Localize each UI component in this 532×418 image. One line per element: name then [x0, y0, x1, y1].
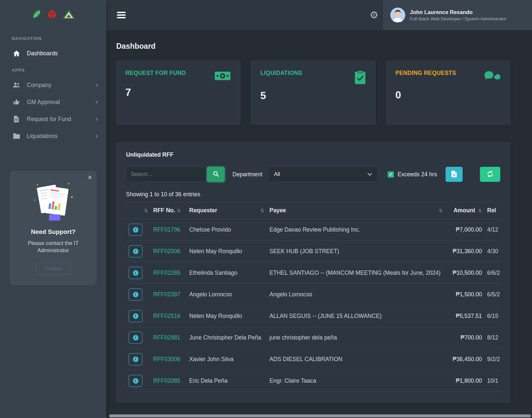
payee-cell: ETHEL SANTIAGO -- (MANCOM MEETING (Meals…: [267, 262, 445, 284]
unliquidated-rff-panel: Unliquidated RFF Department All: [116, 142, 511, 403]
user-name: John Laurence Resando: [410, 9, 506, 15]
logo-mountain-icon: [62, 9, 76, 21]
row-info-button[interactable]: i: [129, 288, 142, 301]
panel-title: Unliquidated RFF: [126, 151, 500, 158]
rff-no-link[interactable]: RFF03385: [151, 370, 187, 392]
row-info-button[interactable]: i: [129, 332, 142, 344]
chevron-right-icon: ›: [96, 132, 98, 140]
stat-card-label: REQUEST FOR FUND: [125, 70, 186, 77]
check-icon: ✓: [389, 172, 393, 177]
entries-info: Showing 1 to 10 of 36 entries: [126, 191, 500, 198]
row-info-button[interactable]: i: [129, 375, 142, 387]
column-header-requester[interactable]: Requester⇅: [187, 202, 267, 219]
refresh-button[interactable]: [480, 167, 500, 182]
rff-no-link[interactable]: RFF02397: [151, 284, 187, 305]
amount-cell: ₱10,500.00: [445, 262, 485, 284]
search-icon: [213, 171, 219, 178]
rff-no-link[interactable]: RFF02981: [151, 327, 187, 349]
sidebar-item-gm-approval[interactable]: GM Approval ›: [0, 94, 106, 111]
row-info-button[interactable]: i: [129, 224, 142, 236]
table-controls: Department All ✓ Exceeds 24 hrs: [126, 167, 500, 182]
user-text: John Laurence Resando Full Stack Web Dev…: [410, 9, 506, 21]
search-input[interactable]: [126, 167, 208, 182]
stat-card-liquidations: LIQUIDATIONS 5: [250, 60, 376, 125]
content-column: ⚙ John Laurence Resando Full Stack Web D…: [106, 0, 532, 418]
user-menu[interactable]: John Laurence Resando Full Stack Web Dev…: [383, 0, 532, 30]
rff-no-link[interactable]: RFF02006: [151, 241, 187, 262]
exceeds-24hrs-label: Exceeds 24 hrs: [397, 171, 437, 178]
user-role: Full Stack Web Developer / System Admini…: [410, 16, 506, 21]
settings-button[interactable]: ⚙: [365, 8, 383, 22]
nav-section-label: NAVIGATION: [0, 30, 106, 45]
release-date-cell: 6/15: [485, 305, 500, 327]
app-root: NAVIGATION Dashboards APPS Company › GM …: [0, 0, 532, 418]
department-label: Department: [232, 171, 262, 178]
payee-cell: SEEK HUB (JOB STREET): [267, 241, 445, 262]
search-button[interactable]: [207, 167, 225, 182]
payee-cell: ALLAN SEGUIS -- (JUNE 15 ALLOWANCE): [267, 305, 445, 327]
sort-icon: ⇅: [478, 208, 482, 213]
table-row: i RFF03385 Eric Dela Peña Engr. Claire T…: [126, 370, 500, 392]
requester-cell: Xavier John Silva: [187, 349, 267, 370]
info-circle-icon: i: [133, 335, 138, 340]
horizontal-scrollbar[interactable]: [109, 414, 531, 417]
exceeds-24hrs-checkbox[interactable]: ✓: [388, 171, 394, 178]
column-header-info[interactable]: ⇅: [126, 202, 151, 219]
requester-cell: Eric Dela Peña: [187, 370, 267, 392]
support-close-button[interactable]: ×: [88, 174, 92, 181]
amount-cell: ₱7,000.00: [445, 219, 485, 241]
brand-logos[interactable]: [0, 0, 106, 30]
money-bill-icon: [214, 70, 231, 83]
sidebar-item-request-for-fund[interactable]: Request for Fund ›: [0, 111, 106, 128]
sidebar-item-liquidations[interactable]: Liquidations ›: [0, 128, 106, 145]
stat-card-value: 5: [260, 90, 366, 102]
release-date-cell: 6/5/2: [485, 284, 500, 305]
info-circle-icon: i: [133, 313, 138, 319]
exceeds-24hrs-toggle[interactable]: ✓ Exceeds 24 hrs: [388, 171, 437, 178]
amount-cell: ₱1,800.00: [445, 370, 485, 392]
rff-no-link[interactable]: RFF02285: [151, 262, 187, 284]
column-header-payee[interactable]: Payee⇅: [267, 202, 445, 219]
rff-no-link[interactable]: RFF02516: [151, 305, 187, 327]
column-header-amount[interactable]: Amount⇅: [445, 202, 485, 219]
table-row: i RFF02981 June Christopher Dela Peña ju…: [126, 327, 500, 349]
row-info-button[interactable]: i: [129, 310, 142, 322]
column-header-release[interactable]: Rel: [485, 202, 500, 219]
support-card: ×: [10, 171, 97, 285]
stat-card-value: 7: [125, 87, 231, 98]
rff-no-link[interactable]: RFF01796: [151, 219, 187, 241]
rff-no-link[interactable]: RFF03006: [151, 349, 187, 370]
topbar: ⚙ John Laurence Resando Full Stack Web D…: [106, 0, 532, 30]
column-header-rff-no[interactable]: RFF No.⇅: [151, 202, 187, 219]
department-select[interactable]: All: [268, 167, 378, 182]
stat-card-pending-requests: PENDING REQUESTS 0: [386, 60, 511, 125]
sidebar-item-label: Request for Fund: [27, 116, 71, 123]
export-file-button[interactable]: [446, 167, 463, 182]
info-circle-icon: i: [133, 227, 138, 233]
table-row: i RFF02285 Ethelinda Santiago ETHEL SANT…: [126, 262, 500, 284]
info-circle-icon: i: [133, 357, 138, 362]
sort-icon: ⇅: [177, 208, 181, 213]
table-header-row: ⇅ RFF No.⇅ Requester⇅ Payee⇅ Amount⇅ Rel: [126, 202, 500, 219]
hamburger-icon: [117, 12, 126, 13]
row-info-button[interactable]: i: [129, 353, 142, 365]
amount-cell: ₱700.00: [445, 327, 485, 349]
requester-cell: Ethelinda Santiago: [187, 262, 267, 284]
amount-cell: ₱31,360.00: [445, 241, 485, 262]
release-date-cell: 10/1: [485, 370, 500, 392]
row-info-button[interactable]: i: [129, 245, 142, 257]
sidebar-item-company[interactable]: Company ›: [0, 77, 106, 94]
sidebar-item-dashboards[interactable]: Dashboards: [0, 45, 106, 62]
contact-button[interactable]: Contact: [36, 262, 71, 275]
rff-table-body: i RFF01796 Chelsse Provido Edge Davao Re…: [126, 219, 500, 392]
info-circle-icon: i: [133, 292, 138, 297]
chat-bubbles-icon: [484, 70, 501, 85]
row-info-button[interactable]: i: [129, 267, 142, 279]
home-icon: [12, 49, 20, 57]
requester-cell: Angelo Lomocso: [187, 284, 267, 305]
hamburger-menu-button[interactable]: [114, 8, 128, 23]
folder-icon: [12, 132, 20, 140]
table-row: i RFF02006 Nelen May Ronquillo SEEK HUB …: [126, 241, 500, 262]
file-export-icon: [451, 170, 457, 179]
sort-icon: ⇅: [260, 208, 264, 213]
